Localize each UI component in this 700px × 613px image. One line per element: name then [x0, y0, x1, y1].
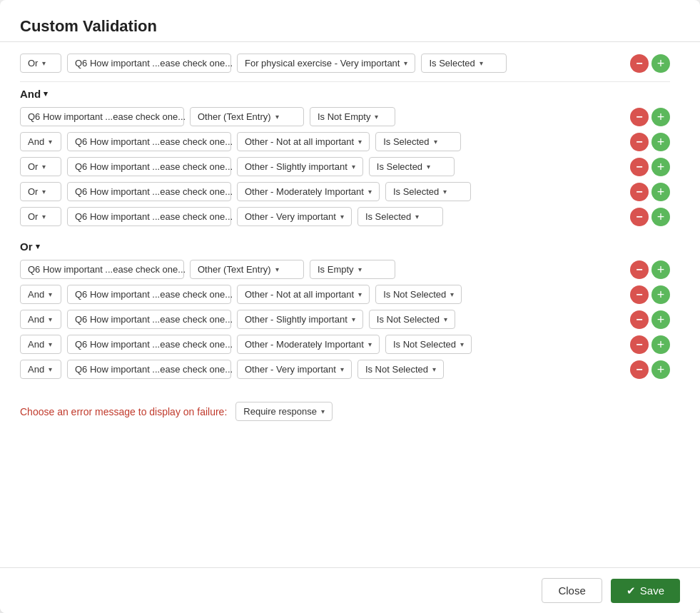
and-row-3-condition[interactable]: Is Selected ▾: [385, 182, 471, 201]
save-button[interactable]: ✔ Save: [611, 579, 680, 603]
chevron-down-icon: ▾: [443, 188, 447, 196]
chevron-down-icon: ▾: [415, 213, 419, 221]
chevron-down-icon: ▾: [368, 340, 372, 348]
or-row-0-choice[interactable]: Other (Text Entry) ▾: [190, 260, 304, 279]
or-row-2-btns: − +: [630, 310, 670, 329]
or-row-2-choice[interactable]: Other - Slightly important ▾: [237, 310, 363, 329]
and-row-0-choice[interactable]: Other (Text Entry) ▾: [190, 107, 304, 126]
or-row-3: And ▾ Q6 How important ...ease check one…: [20, 335, 670, 354]
and-row-1-choice[interactable]: Other - Not at all important ▾: [237, 132, 370, 151]
chevron-down-icon: ▾: [460, 340, 464, 348]
close-button[interactable]: Close: [542, 578, 602, 603]
and-row-3-btns: − +: [630, 183, 670, 201]
and-row-3-add-button[interactable]: +: [651, 183, 670, 201]
top-remove-button[interactable]: −: [630, 54, 649, 73]
and-row-3-remove-button[interactable]: −: [630, 183, 649, 201]
chevron-down-icon: ▾: [49, 315, 52, 323]
or-row-4-condition[interactable]: Is Not Selected ▾: [357, 360, 444, 379]
error-dropdown[interactable]: Require response ▾: [235, 402, 333, 421]
or-row-0-add-button[interactable]: +: [651, 260, 670, 279]
or-row-0-condition[interactable]: Is Empty ▾: [310, 260, 395, 279]
chevron-down-icon: ▾: [480, 59, 483, 67]
and-row-2: Or ▾ Q6 How important ...ease check one.…: [20, 157, 670, 176]
or-row-4-remove-button[interactable]: −: [630, 360, 649, 379]
or-row-1-question[interactable]: Q6 How important ...ease check one... ▾: [67, 285, 231, 304]
or-row-1: And ▾ Q6 How important ...ease check one…: [20, 285, 670, 304]
chevron-down-icon: ▾: [375, 113, 378, 121]
and-row-1-condition[interactable]: Is Selected ▾: [375, 132, 461, 151]
and-row-4: Or ▾ Q6 How important ...ease check one.…: [20, 207, 670, 226]
or-group: Or ▾ Q6 How important ...ease check one.…: [20, 240, 670, 379]
and-row-0-add-button[interactable]: +: [651, 108, 670, 126]
and-row-4-question[interactable]: Q6 How important ...ease check one... ▾: [67, 207, 231, 226]
or-row-3-condition[interactable]: Is Not Selected ▾: [385, 335, 472, 354]
chevron-down-icon: ▾: [49, 340, 52, 348]
or-row-2-remove-button[interactable]: −: [630, 310, 649, 329]
and-row-0-remove-button[interactable]: −: [630, 108, 649, 126]
chevron-down-icon: ▾: [352, 315, 355, 323]
and-row-0-condition[interactable]: Is Not Empty ▾: [310, 107, 395, 126]
or-row-4-op[interactable]: And ▾: [20, 360, 61, 379]
and-row-2-remove-button[interactable]: −: [630, 158, 649, 176]
or-row-4-choice[interactable]: Other - Very important ▾: [237, 360, 352, 379]
and-row-2-add-button[interactable]: +: [651, 158, 670, 176]
or-row-3-remove-button[interactable]: −: [630, 335, 649, 354]
and-row-2-condition[interactable]: Is Selected ▾: [369, 157, 455, 176]
chevron-down-icon: ▾: [404, 59, 407, 67]
and-group: And ▾ Q6 How important ...ease check one…: [20, 88, 670, 226]
or-row-1-choice[interactable]: Other - Not at all important ▾: [237, 285, 370, 304]
and-row-4-condition[interactable]: Is Selected ▾: [357, 207, 443, 226]
and-row-0: Q6 How important ...ease check one... ▾ …: [20, 107, 670, 126]
and-row-1-add-button[interactable]: +: [651, 133, 670, 151]
and-row-4-choice[interactable]: Other - Very important ▾: [237, 207, 352, 226]
chevron-down-icon: ▾: [275, 265, 279, 273]
or-row-4-btns: − +: [630, 360, 670, 379]
or-row-3-question[interactable]: Q6 How important ...ease check one... ▾: [67, 335, 231, 354]
top-condition-row: Or ▾ Q6 How important ...ease check one.…: [20, 54, 670, 82]
top-question-dropdown[interactable]: Q6 How important ...ease check one... ▾: [67, 54, 231, 73]
top-choice-dropdown[interactable]: For physical exercise - Very important ▾: [237, 54, 415, 73]
or-row-1-op[interactable]: And ▾: [20, 285, 61, 304]
or-row-3-choice[interactable]: Other - Moderately Important ▾: [237, 335, 380, 354]
or-row-3-op[interactable]: And ▾: [20, 335, 61, 354]
or-row-2-add-button[interactable]: +: [651, 310, 670, 329]
chevron-down-icon: ▾: [434, 138, 437, 146]
or-row-4-question[interactable]: Q6 How important ...ease check one... ▾: [67, 360, 231, 379]
or-row-2-question[interactable]: Q6 How important ...ease check one... ▾: [67, 310, 231, 329]
and-row-1-question[interactable]: Q6 How important ...ease check one... ▾: [67, 132, 231, 151]
chevron-down-icon: ▾: [352, 163, 355, 171]
modal-header: Custom Validation: [0, 0, 700, 42]
and-row-2-choice[interactable]: Other - Slightly important ▾: [237, 157, 363, 176]
and-row-3-question[interactable]: Q6 How important ...ease check one... ▾: [67, 182, 231, 201]
or-row-0-question[interactable]: Q6 How important ...ease check one... ▾: [20, 260, 184, 279]
and-row-4-op[interactable]: Or ▾: [20, 207, 61, 226]
and-row-3-choice[interactable]: Other - Moderately Important ▾: [237, 182, 380, 201]
top-condition-dropdown[interactable]: Is Selected ▾: [421, 54, 507, 73]
or-row-3-btns: − +: [630, 335, 670, 354]
or-row-2-condition[interactable]: Is Not Selected ▾: [369, 310, 455, 329]
top-op-dropdown[interactable]: Or ▾: [20, 54, 61, 73]
or-row-1-condition[interactable]: Is Not Selected ▾: [375, 285, 462, 304]
or-row-1-add-button[interactable]: +: [651, 285, 670, 304]
and-row-2-op[interactable]: Or ▾: [20, 157, 61, 176]
and-row-4-add-button[interactable]: +: [651, 208, 670, 226]
chevron-down-icon: ▾: [444, 315, 447, 323]
chevron-down-icon: ▾: [49, 290, 52, 298]
and-row-4-remove-button[interactable]: −: [630, 208, 649, 226]
and-row-3-op[interactable]: Or ▾: [20, 182, 61, 201]
or-row-4-add-button[interactable]: +: [651, 360, 670, 379]
error-label: Choose an error message to display on fa…: [20, 406, 227, 417]
or-row-0-btns: − +: [630, 260, 670, 279]
and-row-1: And ▾ Q6 How important ...ease check one…: [20, 132, 670, 151]
or-row-1-remove-button[interactable]: −: [630, 285, 649, 304]
or-row-3-add-button[interactable]: +: [651, 335, 670, 354]
top-add-button[interactable]: +: [651, 54, 670, 73]
and-row-2-question[interactable]: Q6 How important ...ease check one... ▾: [67, 157, 231, 176]
and-row-1-remove-button[interactable]: −: [630, 133, 649, 151]
and-row-0-question[interactable]: Q6 How important ...ease check one... ▾: [20, 107, 184, 126]
checkmark-icon: ✔: [627, 584, 636, 597]
chevron-down-icon: ▾: [358, 290, 362, 298]
or-row-0-remove-button[interactable]: −: [630, 260, 649, 279]
and-row-1-op[interactable]: And ▾: [20, 132, 61, 151]
or-row-2-op[interactable]: And ▾: [20, 310, 61, 329]
